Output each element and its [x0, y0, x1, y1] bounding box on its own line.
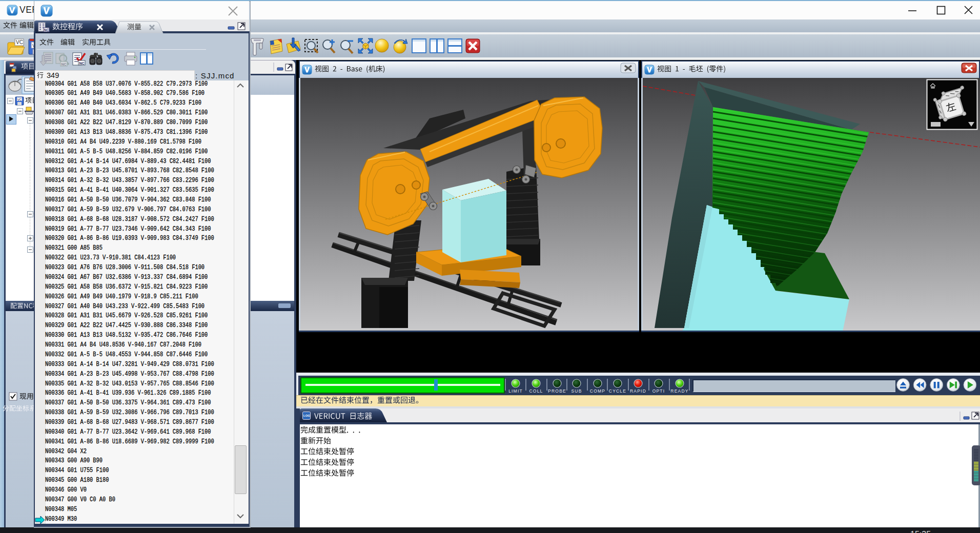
- svg-text:SUB: SUB: [571, 388, 582, 394]
- svg-text:NC: NC: [62, 63, 67, 66]
- svg-text:LOG: LOG: [303, 414, 310, 417]
- svg-text:PROBE: PROBE: [548, 388, 566, 394]
- svg-text:RAPID: RAPID: [630, 388, 646, 394]
- svg-text:NC: NC: [79, 61, 85, 65]
- svg-text:COMP: COMP: [590, 388, 605, 394]
- svg-text:OPTI: OPTI: [652, 388, 665, 394]
- svg-text:VC: VC: [16, 39, 23, 45]
- svg-text:NC: NC: [44, 28, 49, 32]
- svg-text:CYCLE: CYCLE: [609, 388, 626, 394]
- svg-text:LIMIT: LIMIT: [508, 388, 523, 394]
- svg-text:READY: READY: [670, 388, 688, 394]
- svg-text:COLL: COLL: [529, 388, 543, 394]
